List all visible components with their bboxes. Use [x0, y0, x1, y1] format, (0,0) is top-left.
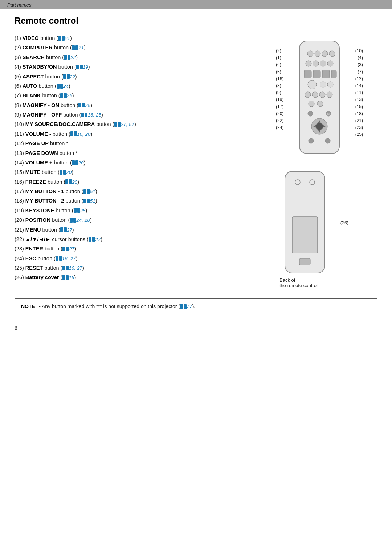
book-icon: [56, 256, 62, 261]
item-num: (16): [15, 179, 25, 185]
svg-point-92: [309, 101, 314, 107]
svg-point-89: [312, 92, 318, 98]
item-num: (26): [15, 274, 25, 280]
header-bar: Part names: [0, 0, 392, 9]
item-ref: 22: [70, 55, 76, 60]
item-suffix: ): [72, 227, 74, 233]
item-suffix: ): [76, 54, 78, 60]
item-label: ENTER: [25, 246, 43, 252]
item-suffix: ): [70, 35, 72, 41]
item-suffix: ): [90, 102, 92, 108]
svg-point-85: [308, 80, 317, 89]
item-ref: 24: [63, 83, 69, 89]
remote-back-svg: [276, 170, 334, 275]
note-suffix: ).: [192, 304, 196, 309]
back-battery-label: —(26): [336, 220, 348, 225]
item-label: MENU: [25, 227, 41, 233]
item-ref: 24, 28: [76, 217, 90, 223]
book-icon: [81, 113, 87, 117]
book-icon: [63, 74, 70, 79]
svg-rect-6: [64, 55, 67, 60]
list-item: (2) COMPUTER button (21): [15, 43, 269, 52]
item-ref: 25: [80, 208, 86, 213]
item-text: button (: [40, 169, 60, 175]
book-icon: [65, 179, 72, 184]
item-text: button *: [58, 150, 78, 156]
svg-rect-12: [63, 74, 66, 79]
note-prefix: • Any button marked with "*" is not supp…: [39, 304, 180, 309]
item-label: VIDEO: [23, 35, 39, 41]
svg-point-86: [320, 82, 326, 87]
svg-rect-81: [304, 70, 311, 78]
item-ref: 51: [90, 189, 95, 194]
remote-back-container: —(26) Back ofthe remote control: [276, 170, 334, 288]
item-label: RESET: [25, 265, 43, 271]
svg-rect-34: [75, 160, 78, 165]
item-num: (20): [15, 217, 25, 223]
svg-point-88: [305, 92, 311, 98]
item-suffix: ): [88, 64, 90, 70]
svg-rect-58: [92, 237, 95, 242]
item-suffix: ): [75, 74, 77, 80]
item-text: button (: [54, 208, 73, 213]
item-text: button (: [64, 188, 83, 194]
list-item: (12) PAGE UP button *: [15, 139, 269, 148]
list-item: (16) FREEZE button (26): [15, 178, 269, 187]
svg-point-87: [327, 82, 333, 87]
svg-rect-1: [62, 36, 65, 41]
item-label: SEARCH: [23, 54, 45, 60]
book-icon: [62, 275, 69, 280]
item-text: button (: [57, 64, 76, 70]
item-label: BLANK: [23, 93, 41, 98]
button-list: (1) VIDEO button (21)(2) COMPUTER button…: [15, 34, 269, 288]
note-text: • Any button marked with "*" is not supp…: [39, 304, 195, 309]
item-suffix: ): [74, 274, 76, 280]
svg-rect-30: [70, 131, 73, 136]
item-label: STANDBY/ON: [23, 64, 57, 70]
item-suffix: ): [134, 121, 136, 127]
svg-rect-31: [74, 131, 77, 136]
item-ref: 51: [90, 198, 95, 204]
book-icon: [78, 103, 85, 107]
item-ref: 15: [69, 275, 74, 280]
item-ref: 16, 25: [87, 112, 101, 118]
svg-point-104: [309, 138, 314, 143]
item-num: (14): [15, 160, 25, 166]
item-text: button (: [44, 74, 63, 80]
svg-point-90: [319, 92, 325, 98]
item-num: (7): [15, 93, 23, 98]
svg-rect-69: [62, 275, 65, 280]
svg-rect-111: [299, 258, 310, 265]
svg-rect-27: [114, 122, 117, 127]
item-num: (6): [15, 83, 23, 89]
item-suffix: ): [84, 160, 86, 166]
book-icon: [89, 237, 95, 242]
item-label: MAGNIFY - OFF: [23, 112, 62, 118]
item-num: (23): [15, 246, 25, 252]
svg-rect-66: [62, 266, 65, 270]
item-suffix: ): [101, 112, 103, 118]
item-ref: 27: [95, 237, 101, 242]
list-item: (4) STANDBY/ON button (19): [15, 62, 269, 72]
svg-point-78: [313, 61, 319, 66]
svg-rect-54: [60, 227, 63, 232]
item-num: (3): [15, 54, 23, 60]
svg-text:M: M: [327, 113, 330, 115]
item-label: PAGE DOWN: [25, 150, 58, 156]
item-num: (10): [15, 121, 25, 127]
item-label: MY SOURCE/DOC.CAMERA: [25, 121, 95, 127]
svg-point-74: [315, 51, 320, 57]
list-item: (17) MY BUTTON - 1 button (51): [15, 187, 269, 196]
item-suffix: ): [84, 45, 86, 50]
book-icon: [74, 208, 80, 213]
svg-rect-67: [66, 266, 69, 270]
item-num: (25): [15, 265, 25, 271]
list-item: (10) MY SOURCE/DOC.CAMERA button (21, 51…: [15, 120, 269, 129]
svg-point-73: [307, 51, 313, 57]
item-suffix: ): [77, 179, 79, 185]
item-text: button (: [95, 121, 114, 127]
item-suffix: ): [95, 188, 97, 194]
svg-rect-7: [68, 55, 70, 60]
list-item: (1) VIDEO button (21): [15, 34, 269, 43]
page-content: Remote control (1) VIDEO button (21)(2) …: [0, 16, 392, 346]
